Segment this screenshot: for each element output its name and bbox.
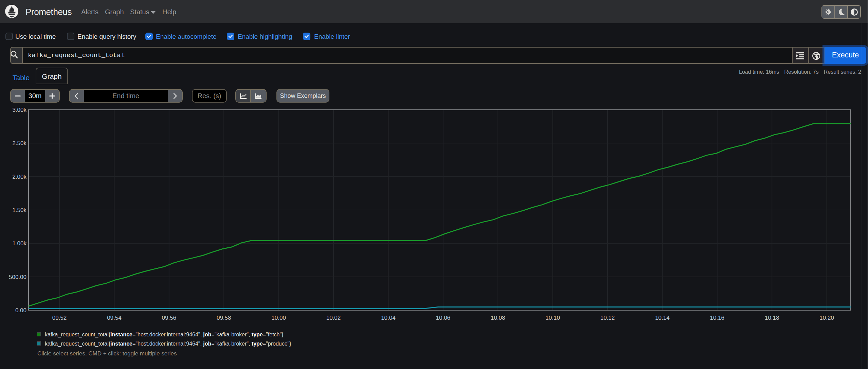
svg-text:10:00: 10:00 [271, 315, 286, 321]
svg-text:500.00: 500.00 [9, 274, 26, 280]
svg-text:10:04: 10:04 [381, 315, 396, 321]
svg-text:10:02: 10:02 [326, 315, 341, 321]
svg-text:10:10: 10:10 [545, 315, 560, 321]
svg-text:09:58: 09:58 [217, 315, 231, 321]
svg-text:3.00k: 3.00k [12, 107, 26, 113]
svg-text:10:12: 10:12 [600, 315, 615, 321]
svg-text:0.00: 0.00 [15, 307, 26, 314]
svg-text:10:14: 10:14 [655, 315, 670, 321]
svg-text:10:16: 10:16 [710, 315, 725, 321]
svg-text:10:08: 10:08 [491, 315, 505, 321]
svg-text:10:06: 10:06 [436, 315, 451, 321]
svg-text:10:18: 10:18 [765, 315, 779, 321]
svg-text:09:56: 09:56 [162, 315, 177, 321]
svg-text:09:54: 09:54 [107, 315, 122, 321]
svg-text:2.00k: 2.00k [12, 174, 26, 180]
svg-text:09:52: 09:52 [52, 315, 67, 321]
svg-text:1.50k: 1.50k [12, 207, 26, 213]
svg-text:10:20: 10:20 [819, 315, 834, 321]
svg-text:1.00k: 1.00k [12, 240, 26, 247]
svg-text:2.50k: 2.50k [12, 140, 26, 146]
